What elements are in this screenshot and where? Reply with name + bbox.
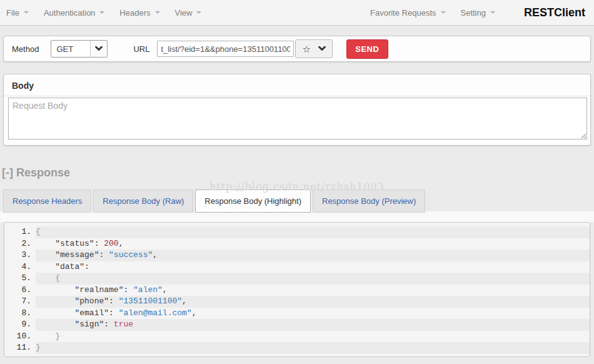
line-content: } — [36, 342, 590, 354]
code-line: 6. "realname": "alen", — [4, 285, 590, 296]
caret-down-icon — [99, 11, 104, 14]
chevron-down-icon[interactable] — [318, 46, 326, 51]
code-line: 5. { — [4, 273, 590, 285]
tabbar-underband — [0, 211, 594, 222]
menu-view-label: View — [175, 8, 193, 18]
menubar: File Authentication Headers View Favorit… — [0, 0, 594, 26]
request-body-input[interactable] — [8, 98, 587, 139]
response-section-title: [-] Response — [2, 166, 70, 179]
menu-file-label: File — [6, 8, 19, 18]
line-number: 2. — [4, 238, 36, 250]
code-line: 9. "sign": true — [4, 319, 590, 331]
line-content: "realname": "alen", — [36, 285, 590, 296]
send-button[interactable]: SEND — [346, 39, 388, 59]
code-line: 8. "email": "alen@mail.com", — [4, 308, 590, 320]
tab-response-body-preview[interactable]: Response Body (Preview) — [313, 190, 425, 213]
menu-setting-label: Setting — [461, 8, 486, 18]
line-content: "status": 200, — [36, 238, 590, 250]
menu-file[interactable]: File — [6, 8, 29, 18]
line-number: 3. — [4, 250, 36, 261]
line-content: "email": "alen@mail.com", — [36, 308, 590, 320]
method-select[interactable]: GET — [51, 40, 108, 58]
menu-headers-label: Headers — [119, 8, 150, 18]
method-label: Method — [12, 44, 39, 54]
line-number: 9. — [4, 319, 36, 331]
line-number: 10. — [4, 331, 36, 343]
menu-favorite-requests-label: Favorite Requests — [370, 8, 436, 18]
favorite-button-group: ☆ — [295, 39, 332, 58]
line-number: 6. — [4, 285, 36, 296]
caret-down-icon — [490, 11, 495, 14]
line-number: 1. — [4, 226, 36, 238]
line-content: "data": — [36, 261, 590, 273]
menu-view[interactable]: View — [175, 8, 202, 18]
request-panel: Method GET URL ☆ SEND — [3, 36, 591, 62]
url-input[interactable] — [157, 41, 294, 57]
code-line: 11.} — [4, 342, 590, 354]
code-line: 2. "status": 200, — [4, 238, 590, 250]
response-tabbar: Response Headers Response Body (Raw) Res… — [3, 190, 425, 213]
line-content: { — [36, 226, 590, 238]
tab-response-headers[interactable]: Response Headers — [3, 190, 91, 213]
url-label: URL — [133, 44, 149, 54]
code-line: 10. } — [4, 331, 590, 343]
line-number: 5. — [4, 273, 36, 285]
line-content: } — [36, 331, 590, 343]
menu-authentication[interactable]: Authentication — [44, 8, 104, 18]
line-content: "sign": true — [36, 319, 590, 331]
code-line: 7. "phone": "13511001100", — [4, 296, 590, 308]
chevron-down-icon[interactable] — [90, 41, 107, 57]
line-number: 8. — [4, 308, 36, 320]
caret-down-icon — [441, 11, 446, 14]
star-icon[interactable]: ☆ — [302, 44, 310, 54]
body-panel-title: Body — [4, 74, 590, 96]
line-number: 7. — [4, 296, 36, 308]
code-line: 3. "message": "success", — [4, 250, 590, 261]
menu-authentication-label: Authentication — [44, 8, 95, 18]
code-lines: 1.{2. "status": 200,3. "message": "succe… — [4, 226, 590, 354]
code-line: 4. "data": — [4, 261, 590, 273]
caret-down-icon — [155, 11, 160, 14]
line-content: "phone": "13511001100", — [36, 296, 590, 308]
response-body-highlight-view: 1.{2. "status": 200,3. "message": "succe… — [4, 222, 590, 357]
caret-down-icon — [196, 11, 201, 14]
tab-response-body-raw[interactable]: Response Body (Raw) — [93, 190, 193, 213]
line-content: { — [36, 273, 590, 285]
request-body-panel: Body — [3, 74, 591, 146]
line-number: 4. — [4, 261, 36, 273]
method-selected-value: GET — [51, 44, 90, 54]
code-line: 1.{ — [4, 226, 590, 238]
menu-favorite-requests[interactable]: Favorite Requests — [370, 8, 446, 18]
menu-headers[interactable]: Headers — [119, 8, 159, 18]
tab-response-body-highlight[interactable]: Response Body (Highlight) — [195, 190, 311, 213]
line-number: 11. — [4, 342, 36, 354]
app-logo: RESTClient — [524, 6, 585, 19]
menu-setting[interactable]: Setting — [461, 8, 495, 18]
caret-down-icon — [24, 11, 29, 14]
line-content: "message": "success", — [36, 250, 590, 261]
